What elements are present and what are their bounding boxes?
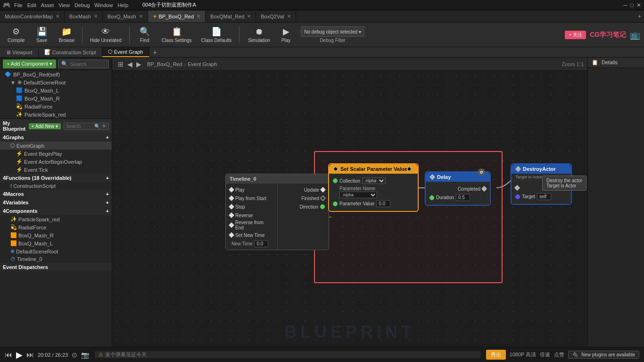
duration-row[interactable]: Duration 0.5 [426,193,490,202]
nav-home-button[interactable]: ⊞ [116,60,125,68]
menu-view[interactable]: View [58,2,70,8]
functions-section[interactable]: 4Functions (18 Overridable) + [0,174,112,182]
visibility-icon[interactable]: 👁 [102,124,107,129]
menu-window[interactable]: Window [94,2,113,8]
menu-edit[interactable]: Edit [27,2,36,8]
event-tick-item[interactable]: ⚡ Event Tick [0,166,112,174]
event-begin-play-item[interactable]: ⚡ Event BeginPlay [0,150,112,158]
set-scalar-node[interactable]: Set Scalar Parameter Value Collection Al… [328,163,419,212]
play-from-start-pin[interactable]: Play from Start [230,194,273,202]
simulation-button[interactable]: ⏺ Simulation [243,25,275,45]
construction-script-item[interactable]: f ConstructionScript [0,182,112,190]
param-value-input[interactable]: 0.0 [376,200,390,207]
menu-file[interactable]: File [14,2,23,8]
components-search-input[interactable] [70,61,106,67]
graphs-section[interactable]: 4Graphs + [0,133,112,142]
follow-button[interactable]: + 关注 [565,31,586,39]
tab-bp-boxq-red[interactable]: ★ BP_BoxQ_Red ✕ [148,10,206,22]
delay-node[interactable]: Delay ⏱ Completed Duration 0.5 [425,171,491,206]
tab-construction-script[interactable]: 📝 Construction Script [39,47,102,57]
particle-spark-mybp-item[interactable]: ✨ ParticleSpark_red [0,215,112,223]
play-button[interactable]: ▶ Play [277,25,295,45]
tab-event-graph[interactable]: ⬡ Event Graph [102,47,149,57]
add-graph-icon[interactable]: + [106,135,109,140]
nav-forward-button[interactable]: ▶ [134,60,143,68]
class-settings-button[interactable]: 📋 Class Settings [158,25,196,45]
radial-force-mybp-item[interactable]: 💫 RadialForce [0,223,112,231]
particle-spark-item[interactable]: ✨ ParticleSpark_red [0,110,112,118]
add-component-mybp-icon[interactable]: + [106,208,109,214]
new-time-value[interactable]: 0.0 [254,240,268,247]
reverse-pin[interactable]: Reverse [230,211,273,219]
new-time-pin[interactable]: New Time 0.0 [230,239,273,248]
target-value[interactable]: self [537,193,551,200]
menu-help[interactable]: Help [117,2,128,8]
skip-forward-button[interactable]: ⏭ [26,351,34,359]
collection-dropdown[interactable]: Alpha [362,177,386,184]
close-icon[interactable]: ✕ [197,14,200,19]
boxq-mash-r-mybp-item[interactable]: 🟧 BoxQ_Mash_R [0,231,112,239]
window-maximize[interactable]: □ [630,2,634,8]
send-chat-button[interactable]: 秀出 [486,350,506,360]
close-icon[interactable]: ✕ [56,14,59,19]
blueprint-canvas[interactable]: Timeline_0 Play Play from Start Stop [112,71,587,347]
window-minimize[interactable]: ─ [623,2,627,8]
menu-debug[interactable]: Debug [74,2,90,8]
event-dispatchers-section[interactable]: Event Dispatchers [0,263,112,271]
default-scene-root-item[interactable]: ▼ ⊕ DefaultSceneRoot [0,78,112,86]
tab-add-button[interactable]: + [149,47,161,57]
boxq-mash-l-item[interactable]: 🟦 BoxQ_Mash_L [0,86,112,94]
components-mybp-section[interactable]: 4Components + [0,207,112,215]
add-new-button[interactable]: + Add New ▾ [29,123,61,129]
timeline-node[interactable]: Timeline_0 Play Play from Start Stop [225,174,329,250]
browse-button[interactable]: 📁 Browse [55,25,78,45]
add-macro-icon[interactable]: + [106,191,109,197]
add-component-button[interactable]: + Add Component ▾ [3,59,56,68]
param-value-row[interactable]: Parameter Value 0.0 [329,199,418,208]
duration-value[interactable]: 0.5 [456,194,470,201]
timeline-mybp-item[interactable]: ⏱ Timeline_0 [0,255,112,263]
event-graph-item[interactable]: ⬡ EventGraph [0,142,112,150]
window-close[interactable]: ✕ [636,2,641,8]
collect-button[interactable]: 点赞 [554,351,564,358]
close-icon[interactable]: ✕ [287,14,291,19]
tab-boxqmat-red[interactable]: BoxQMat_Red ✕ [206,10,256,22]
boxq-mash-r-item[interactable]: 🟦 BoxQ_Mash_R [0,94,112,102]
my-blueprint-search-input[interactable] [66,124,94,129]
tab-motion-controller-map[interactable]: MotionControllerMap ✕ [0,10,65,22]
bullet-icon-button[interactable]: ⊙ [72,351,77,359]
tab-boxq2vat[interactable]: BoxQ2Vat ✕ [256,10,296,22]
debug-dropdown[interactable]: No debug object selected ▾ [301,26,364,37]
close-icon[interactable]: ✕ [139,14,143,19]
screenshot-button[interactable]: 📷 [81,351,89,359]
target-row[interactable]: Target self [512,192,571,201]
update-pin[interactable]: Update [281,185,325,194]
radial-force-item[interactable]: 💫 RadialForce [0,102,112,110]
new-tab-icon[interactable]: + [638,13,641,20]
hide-unrelated-button[interactable]: 👁 Hide Unrelated [86,25,125,45]
tab-viewport[interactable]: 🖥 Viewport [0,47,39,57]
save-button[interactable]: 💾 Save [31,25,53,45]
breadcrumb-current[interactable]: Event Graph [188,61,217,67]
menu-asset[interactable]: Asset [41,2,54,8]
param-name-dropdown[interactable]: Alpha [339,192,377,198]
stop-pin[interactable]: Stop [230,202,273,211]
event-actor-begin-overlap-item[interactable]: ⚡ Event ActorBeginOverlap [0,158,112,166]
find-button[interactable]: 🔍 Find [133,25,156,45]
reverse-from-end-pin[interactable]: Reverse from End [230,219,273,231]
direction-pin[interactable]: Direction [281,202,325,211]
skip-back-button[interactable]: ⏮ [5,351,12,359]
add-variable-icon[interactable]: + [106,200,109,205]
play-pin[interactable]: Play [230,185,273,194]
collection-pin-row[interactable]: Collection Alpha [329,177,418,185]
tab-boxq-mash[interactable]: BoxQ_Mash ✕ [103,10,148,22]
speed-button[interactable]: 倍速 [540,351,550,358]
tab-boxmash[interactable]: BoxMash ✕ [65,10,103,22]
variables-section[interactable]: 4Variables + [0,198,112,207]
macros-section[interactable]: 4Macros + [0,190,112,198]
default-scene-root-mybp-item[interactable]: ⊕ DefaultSceneRoot [0,247,112,255]
finished-pin[interactable]: Finished [281,194,325,202]
boxq-mash-l-mybp-item[interactable]: 🟧 BoxQ_Mash_L [0,239,112,247]
play-pause-button[interactable]: ▶ [16,350,23,360]
class-defaults-button[interactable]: 📄 Class Defaults [198,25,235,45]
